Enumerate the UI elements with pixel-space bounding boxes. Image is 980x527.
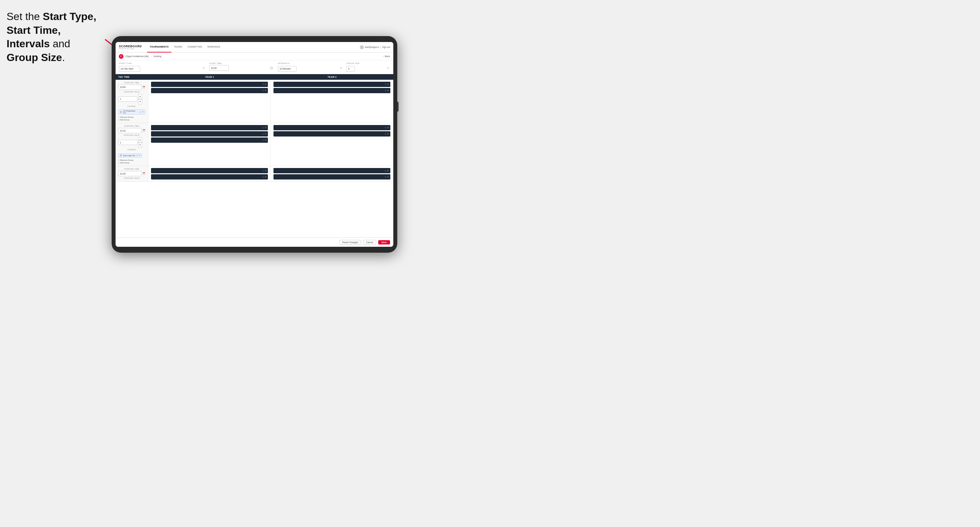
player-edit-icon-5-1[interactable]: ⊙ xyxy=(265,169,267,172)
course-edit-btn-1[interactable]: ✎ xyxy=(142,111,144,113)
settings-row: Start Type 1st Tee Start Shotgun Start S… xyxy=(116,60,393,74)
player-edit-icon-6-1[interactable]: ⊙ xyxy=(387,169,389,172)
player-x-icon-5-2[interactable]: × xyxy=(262,176,264,178)
course-tag-row-2: 🏌️ East Lake GC × ✎ xyxy=(118,152,145,157)
player-x-icon-6-1[interactable]: × xyxy=(385,170,386,172)
starting-time-input-2[interactable] xyxy=(118,128,142,133)
course-icon-1: 🏌️ xyxy=(120,111,122,113)
section-name: Hosting xyxy=(154,55,162,57)
course-edit-btn-2[interactable]: ✎ xyxy=(138,154,140,157)
add-group-btn-2[interactable]: + Add Group xyxy=(118,162,145,164)
start-time-group: Start Time 🕐 xyxy=(209,62,274,72)
starting-time-row-1: ⏰ xyxy=(118,85,145,90)
hole-stepper-down-2[interactable]: ▾ xyxy=(138,143,142,148)
navigation-bar: SCOREBOARD Powered by clipp... TOURNAMEN… xyxy=(116,42,393,52)
team2-cell-2: × ⊙ × ⊙ xyxy=(271,123,393,166)
player-edit-icon-3-3[interactable]: ⊙ xyxy=(265,139,267,141)
instruction-bold-3: Intervals xyxy=(6,38,50,49)
starting-hole-input-1[interactable] xyxy=(118,97,138,102)
course-icon-2: 🏌️ xyxy=(120,154,122,157)
remove-group-btn-1[interactable]: ○Remove Group xyxy=(118,116,145,118)
player-x-icon-4-2[interactable]: × xyxy=(385,133,386,135)
add-group-btn-1[interactable]: + Add Group xyxy=(118,119,145,121)
player-x-icon-2-1[interactable]: × xyxy=(385,83,386,85)
user-email: blair@clippd.io xyxy=(365,46,379,48)
th-team2: Team 2 xyxy=(271,74,393,80)
nav-tab-committee[interactable]: COMMITTEE xyxy=(185,42,205,52)
tournament-name[interactable]: Clippd Invitational (Me) xyxy=(126,55,149,57)
clock-icon-3: ⏰ xyxy=(143,172,145,175)
user-avatar xyxy=(360,45,364,49)
start-type-select-wrapper: 1st Tee Start Shotgun Start xyxy=(119,65,206,72)
save-button[interactable]: Save xyxy=(378,240,390,244)
start-time-label: Start Time xyxy=(209,62,274,64)
player-x-icon-3-1[interactable]: × xyxy=(262,127,264,129)
user-area: blair@clippd.io | Sign out xyxy=(360,45,390,49)
starting-time-input-3[interactable] xyxy=(118,171,142,176)
tee-group-3: STARTING TIME: ⏰ STARTING HOLE: × ⊙ × ⊙ xyxy=(116,166,393,182)
player-edit-icon-6-2[interactable]: ⊙ xyxy=(387,176,389,178)
player-x-icon-1-1[interactable]: × xyxy=(262,83,264,85)
tablet-screen: SCOREBOARD Powered by clipp... TOURNAMEN… xyxy=(116,42,393,247)
clock-icon-1: ⏰ xyxy=(143,86,145,89)
player-x-icon-5-1[interactable]: × xyxy=(262,170,264,172)
starting-time-label-2: STARTING TIME: xyxy=(118,125,145,127)
player-edit-icon-2-2[interactable]: ⊙ xyxy=(387,89,389,92)
player-edit-icon-4-2[interactable]: ⊙ xyxy=(387,133,389,135)
starting-time-input-1[interactable] xyxy=(118,85,142,90)
player-edit-icon-2-1[interactable]: ⊙ xyxy=(387,83,389,86)
logo-text: SCOREBOARD xyxy=(119,44,142,48)
nav-tab-rankings[interactable]: RANKINGS xyxy=(205,42,223,52)
hole-stepper-up-2[interactable]: ▴ xyxy=(138,137,142,143)
player-edit-icon-1-1[interactable]: ⊙ xyxy=(265,83,267,86)
starting-hole-input-2[interactable] xyxy=(118,140,138,145)
hole-stepper-down-1[interactable]: ▾ xyxy=(138,99,142,104)
player-slot-6-2: × ⊙ xyxy=(274,174,390,179)
sign-out-link[interactable]: Sign out xyxy=(382,46,390,48)
group-actions-1: ○Remove Group + Add Group xyxy=(118,116,145,121)
starting-time-label-3: STARTING TIME: xyxy=(118,168,145,170)
player-x-icon-6-2[interactable]: × xyxy=(385,176,386,178)
group-size-select[interactable]: 3 2 4 xyxy=(346,66,355,72)
separator: | xyxy=(380,46,381,48)
team1-cell-1: × ⊙ × ⊙ xyxy=(148,80,271,123)
player-edit-icon-3-1[interactable]: ⊙ xyxy=(265,126,267,129)
course-remove-btn-2[interactable]: × xyxy=(136,154,138,157)
back-button[interactable]: Back xyxy=(383,55,390,57)
player-slot-1-2: × ⊙ xyxy=(151,88,268,93)
hole-stepper-up-1[interactable]: ▴ xyxy=(138,94,142,99)
player-x-icon-2-2[interactable]: × xyxy=(385,89,386,92)
start-time-wrapper: 🕐 xyxy=(209,65,274,71)
remove-group-btn-2[interactable]: ○Remove Group xyxy=(118,159,145,161)
player-x-icon-1-2[interactable]: × xyxy=(262,89,264,92)
player-edit-icon-3-2[interactable]: ⊙ xyxy=(265,133,267,135)
nav-tab-tournaments[interactable]: TOURNAMENTS xyxy=(147,42,171,52)
starting-hole-label-2: STARTING HOLE: xyxy=(118,134,145,136)
cancel-button[interactable]: Cancel xyxy=(363,240,376,245)
nav-tab-teams[interactable]: TEAMS xyxy=(171,42,185,52)
instruction-normal-3: and xyxy=(50,38,70,49)
starting-hole-label-3: STARTING HOLE: xyxy=(118,177,145,179)
player-x-icon-3-2[interactable]: × xyxy=(262,133,264,135)
tee-left-1: STARTING TIME: ⏰ STARTING HOLE: ▴ ▾ COUR… xyxy=(116,80,148,123)
reset-changes-button[interactable]: Reset Changes xyxy=(339,240,361,245)
player-x-icon-4-1[interactable]: × xyxy=(385,127,386,129)
starting-time-row-2: ⏰ xyxy=(118,128,145,133)
course-remove-btn-1[interactable]: × xyxy=(140,111,141,113)
starting-hole-row-1: ▴ ▾ xyxy=(118,94,145,104)
clock-icon-2: ⏰ xyxy=(143,129,145,132)
tee-left-2: STARTING TIME: ⏰ STARTING HOLE: ▴ ▾ COUR… xyxy=(116,123,148,166)
player-edit-icon-1-2[interactable]: ⊙ xyxy=(265,89,267,92)
start-time-input[interactable] xyxy=(209,65,229,71)
team1-cell-2: × ⊙ × ⊙ × ⊙ xyxy=(148,123,271,166)
intervals-select[interactable]: 10 Minutes 8 Minutes 12 Minutes xyxy=(278,66,296,72)
start-type-select[interactable]: 1st Tee Start Shotgun Start xyxy=(119,66,140,72)
breadcrumb: Clippd Invitational (Me) › Hosting xyxy=(126,55,162,57)
player-edit-icon-4-1[interactable]: ⊙ xyxy=(387,126,389,129)
tablet-device: SCOREBOARD Powered by clipp... TOURNAMEN… xyxy=(111,36,397,253)
player-slot-3-2: × ⊙ xyxy=(151,131,268,137)
course-label-1: COURSE: xyxy=(118,105,145,107)
player-edit-icon-5-2[interactable]: ⊙ xyxy=(265,176,267,178)
player-slot-6-1: × ⊙ xyxy=(274,168,390,173)
player-x-icon-3-3[interactable]: × xyxy=(262,139,264,141)
